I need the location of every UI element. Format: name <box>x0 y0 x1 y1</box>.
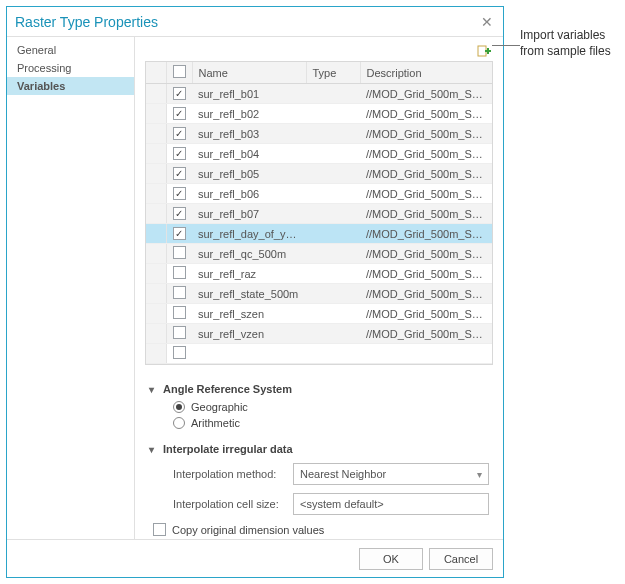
row-desc[interactable]: //MOD_Grid_500m_Surface_Ref... <box>360 144 492 164</box>
row-type[interactable] <box>306 284 360 304</box>
row-desc[interactable]: //MOD_Grid_500m_Surface_Ref... <box>360 184 492 204</box>
row-handle[interactable] <box>146 224 166 244</box>
table-row[interactable]: sur_refl_b01//MOD_Grid_500m_Surface_Ref.… <box>146 84 492 104</box>
row-checkbox[interactable] <box>173 246 186 259</box>
row-handle[interactable] <box>146 104 166 124</box>
row-desc[interactable]: //MOD_Grid_500m_Surface_Ref... <box>360 284 492 304</box>
table-row[interactable]: sur_refl_szen//MOD_Grid_500m_Surface_Ref… <box>146 304 492 324</box>
row-desc[interactable]: //MOD_Grid_500m_Surface_Ref... <box>360 104 492 124</box>
row-checkbox[interactable] <box>173 87 186 100</box>
row-type[interactable] <box>306 164 360 184</box>
row-checkbox[interactable] <box>173 227 186 240</box>
angle-option-geographic[interactable]: Geographic <box>173 401 489 413</box>
interpolate-section-header[interactable]: ▾ Interpolate irregular data <box>149 443 489 455</box>
row-checkbox[interactable] <box>173 326 186 339</box>
row-checkbox[interactable] <box>173 207 186 220</box>
close-icon[interactable]: ✕ <box>477 12 497 32</box>
row-type[interactable] <box>306 344 360 364</box>
row-type[interactable] <box>306 84 360 104</box>
radio-icon[interactable] <box>173 401 185 413</box>
row-handle[interactable] <box>146 304 166 324</box>
table-row[interactable]: sur_refl_b06//MOD_Grid_500m_Surface_Ref.… <box>146 184 492 204</box>
row-checkbox[interactable] <box>173 167 186 180</box>
row-name[interactable]: sur_refl_b02 <box>192 104 306 124</box>
col-header-type[interactable]: Type <box>306 62 360 84</box>
col-header-name[interactable]: Name <box>192 62 306 84</box>
row-handle[interactable] <box>146 324 166 344</box>
row-checkbox[interactable] <box>173 306 186 319</box>
table-row[interactable]: sur_refl_raz//MOD_Grid_500m_Surface_Ref.… <box>146 264 492 284</box>
interpolation-method-dropdown[interactable]: Nearest Neighbor ▾ <box>293 463 489 485</box>
col-header-handle[interactable] <box>146 62 166 84</box>
row-name[interactable]: sur_refl_qc_500m <box>192 244 306 264</box>
sidebar-item-general[interactable]: General <box>7 41 134 59</box>
row-name[interactable]: sur_refl_b03 <box>192 124 306 144</box>
row-checkbox[interactable] <box>173 346 186 359</box>
angle-reference-section-header[interactable]: ▾ Angle Reference System <box>149 383 489 395</box>
row-name[interactable]: sur_refl_szen <box>192 304 306 324</box>
row-name[interactable]: sur_refl_day_of_year <box>192 224 306 244</box>
row-checkbox[interactable] <box>173 107 186 120</box>
row-handle[interactable] <box>146 184 166 204</box>
row-desc[interactable]: //MOD_Grid_500m_Surface_Ref... <box>360 304 492 324</box>
row-name[interactable]: sur_refl_b06 <box>192 184 306 204</box>
row-type[interactable] <box>306 264 360 284</box>
row-name[interactable]: sur_refl_b07 <box>192 204 306 224</box>
row-name[interactable]: sur_refl_vzen <box>192 324 306 344</box>
row-checkbox[interactable] <box>173 147 186 160</box>
row-name[interactable]: sur_refl_raz <box>192 264 306 284</box>
row-checkbox[interactable] <box>173 127 186 140</box>
select-all-checkbox[interactable] <box>173 65 186 78</box>
row-desc[interactable]: //MOD_Grid_500m_Surface_Ref... <box>360 324 492 344</box>
row-type[interactable] <box>306 204 360 224</box>
table-row[interactable]: sur_refl_b04//MOD_Grid_500m_Surface_Ref.… <box>146 144 492 164</box>
table-row[interactable]: sur_refl_b02//MOD_Grid_500m_Surface_Ref.… <box>146 104 492 124</box>
row-desc[interactable]: //MOD_Grid_500m_Surface_Ref... <box>360 124 492 144</box>
row-handle[interactable] <box>146 284 166 304</box>
interpolation-cell-size-input[interactable] <box>293 493 489 515</box>
row-type[interactable] <box>306 324 360 344</box>
row-desc[interactable] <box>360 344 492 364</box>
table-row[interactable] <box>146 344 492 364</box>
row-handle[interactable] <box>146 264 166 284</box>
row-name[interactable]: sur_refl_b05 <box>192 164 306 184</box>
row-handle[interactable] <box>146 204 166 224</box>
copy-original-dimension-row[interactable]: Copy original dimension values <box>153 523 489 536</box>
sidebar-item-processing[interactable]: Processing <box>7 59 134 77</box>
table-row[interactable]: sur_refl_b05//MOD_Grid_500m_Surface_Ref.… <box>146 164 492 184</box>
row-checkbox[interactable] <box>173 266 186 279</box>
row-desc[interactable]: //MOD_Grid_500m_Surface_Ref... <box>360 164 492 184</box>
row-name[interactable] <box>192 344 306 364</box>
ok-button[interactable]: OK <box>359 548 423 570</box>
row-handle[interactable] <box>146 144 166 164</box>
row-desc[interactable]: //MOD_Grid_500m_Surface_Ref... <box>360 84 492 104</box>
row-type[interactable] <box>306 304 360 324</box>
row-handle[interactable] <box>146 164 166 184</box>
row-type[interactable] <box>306 184 360 204</box>
row-type[interactable] <box>306 224 360 244</box>
angle-option-arithmetic[interactable]: Arithmetic <box>173 417 489 429</box>
row-desc[interactable]: //MOD_Grid_500m_Surface_Ref... <box>360 204 492 224</box>
copy-original-dimension-checkbox[interactable] <box>153 523 166 536</box>
row-handle[interactable] <box>146 244 166 264</box>
row-handle[interactable] <box>146 124 166 144</box>
row-desc[interactable]: //MOD_Grid_500m_Surface_Ref... <box>360 264 492 284</box>
cancel-button[interactable]: Cancel <box>429 548 493 570</box>
row-type[interactable] <box>306 104 360 124</box>
row-name[interactable]: sur_refl_b01 <box>192 84 306 104</box>
col-header-check[interactable] <box>166 62 192 84</box>
table-row[interactable]: sur_refl_qc_500m//MOD_Grid_500m_Surface_… <box>146 244 492 264</box>
row-name[interactable]: sur_refl_state_500m <box>192 284 306 304</box>
import-variables-button[interactable] <box>475 43 493 61</box>
col-header-desc[interactable]: Description <box>360 62 492 84</box>
table-row[interactable]: sur_refl_b07//MOD_Grid_500m_Surface_Ref.… <box>146 204 492 224</box>
radio-icon[interactable] <box>173 417 185 429</box>
row-handle[interactable] <box>146 84 166 104</box>
row-type[interactable] <box>306 124 360 144</box>
row-name[interactable]: sur_refl_b04 <box>192 144 306 164</box>
table-row[interactable]: sur_refl_vzen//MOD_Grid_500m_Surface_Ref… <box>146 324 492 344</box>
row-type[interactable] <box>306 144 360 164</box>
row-checkbox[interactable] <box>173 286 186 299</box>
row-desc[interactable]: //MOD_Grid_500m_Surface_Ref... <box>360 244 492 264</box>
row-handle[interactable] <box>146 344 166 364</box>
